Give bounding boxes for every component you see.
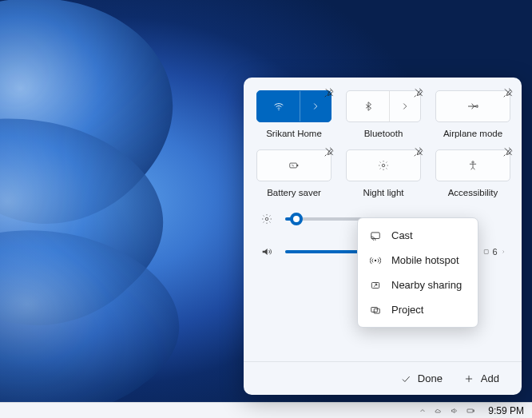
- svg-point-0: [278, 109, 279, 110]
- project-icon: [369, 305, 382, 316]
- popup-item-nearby-sharing[interactable]: Nearby sharing: [358, 273, 478, 297]
- panel-footer: Done Add: [244, 361, 522, 395]
- cast-icon: [369, 230, 382, 241]
- svg-point-4: [472, 161, 474, 163]
- add-action-popup: Cast Mobile hotspot Nearby sharing Proje…: [357, 217, 478, 328]
- tile-wifi-wrap: Srikant Home: [256, 90, 332, 138]
- battery-saver-icon: [257, 150, 331, 181]
- tile-night-light-label: Night light: [363, 188, 403, 197]
- popup-item-cast[interactable]: Cast: [358, 223, 478, 248]
- unpin-button-night-light[interactable]: [411, 145, 426, 159]
- unpin-button-battery-saver[interactable]: [322, 145, 336, 159]
- bluetooth-icon: [347, 91, 389, 121]
- unpin-button-accessibility[interactable]: [501, 145, 515, 159]
- svg-rect-2: [297, 165, 298, 166]
- svg-rect-12: [467, 409, 473, 412]
- tile-bluetooth-label: Bluetooth: [364, 129, 403, 138]
- tile-accessibility-wrap: Accessibility: [435, 149, 510, 197]
- tile-accessibility[interactable]: [435, 149, 510, 181]
- tile-wifi[interactable]: [256, 90, 332, 122]
- svg-point-8: [375, 259, 376, 261]
- tile-accessibility-label: Accessibility: [448, 188, 498, 197]
- tile-airplane[interactable]: [435, 90, 510, 122]
- tile-bluetooth[interactable]: [346, 90, 421, 122]
- svg-rect-6: [484, 249, 488, 253]
- taskbar-clock[interactable]: 9:59 PM: [485, 405, 524, 416]
- brightness-thumb[interactable]: [290, 213, 303, 225]
- popup-item-mobile-hotspot[interactable]: Mobile hotspot: [358, 248, 478, 273]
- system-tray[interactable]: [418, 406, 475, 416]
- chevron-up-icon[interactable]: [418, 406, 427, 416]
- taskbar: 9:59 PM: [0, 402, 532, 418]
- svg-point-3: [382, 164, 385, 167]
- tile-battery-saver[interactable]: [256, 149, 332, 181]
- nearby-sharing-icon: [369, 280, 382, 291]
- tile-airplane-wrap: Airplane mode: [435, 90, 510, 138]
- unpin-button-wifi[interactable]: [322, 86, 336, 100]
- done-button[interactable]: Done: [400, 372, 443, 384]
- svg-rect-11: [374, 309, 379, 313]
- svg-rect-13: [474, 410, 474, 412]
- popup-item-project[interactable]: Project: [358, 297, 478, 322]
- volume-tray-icon[interactable]: [450, 406, 459, 416]
- tile-airplane-label: Airplane mode: [443, 129, 502, 138]
- tile-bluetooth-wrap: Bluetooth: [346, 90, 421, 138]
- tile-battery-saver-wrap: Battery saver: [256, 149, 332, 197]
- battery-tray-icon[interactable]: [466, 406, 475, 416]
- wifi-icon: [257, 91, 300, 121]
- night-light-icon: [347, 150, 420, 181]
- tile-battery-saver-label: Battery saver: [267, 188, 321, 197]
- audio-output-button[interactable]: 6: [483, 247, 506, 257]
- tile-night-light[interactable]: [346, 149, 421, 181]
- tile-wifi-label: Srikant Home: [266, 129, 322, 138]
- svg-rect-7: [371, 232, 380, 238]
- brightness-icon: [260, 213, 274, 225]
- tile-night-light-wrap: Night light: [346, 149, 421, 197]
- quick-settings-tiles: Srikant Home Bluetooth: [256, 90, 509, 197]
- accessibility-icon: [436, 150, 510, 181]
- volume-icon: [260, 245, 274, 258]
- airplane-icon: [436, 91, 510, 121]
- add-button[interactable]: Add: [463, 372, 499, 384]
- svg-point-5: [265, 217, 268, 221]
- onedrive-icon[interactable]: [434, 406, 443, 416]
- unpin-button-bluetooth[interactable]: [411, 86, 426, 100]
- hotspot-icon: [369, 255, 382, 266]
- unpin-button-airplane[interactable]: [501, 86, 515, 100]
